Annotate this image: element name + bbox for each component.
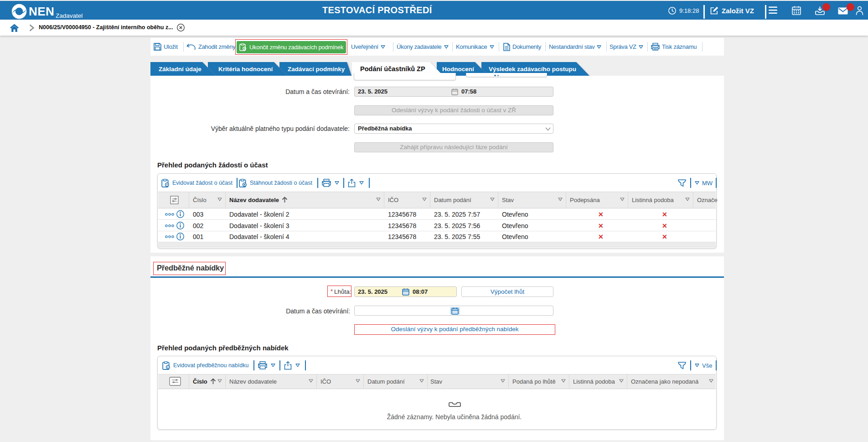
svg-text:Výsledek zadávacího postupu: Výsledek zadávacího postupu <box>489 66 576 73</box>
svg-text:Zadávací podmínky: Zadávací podmínky <box>288 66 345 73</box>
svg-text:Kritéria hodnocení: Kritéria hodnocení <box>218 66 274 73</box>
svg-text:Podání účastníků ZP: Podání účastníků ZP <box>360 65 425 73</box>
svg-text:Základní údaje: Základní údaje <box>159 66 202 73</box>
svg-text:Hodnocení: Hodnocení <box>442 66 475 73</box>
